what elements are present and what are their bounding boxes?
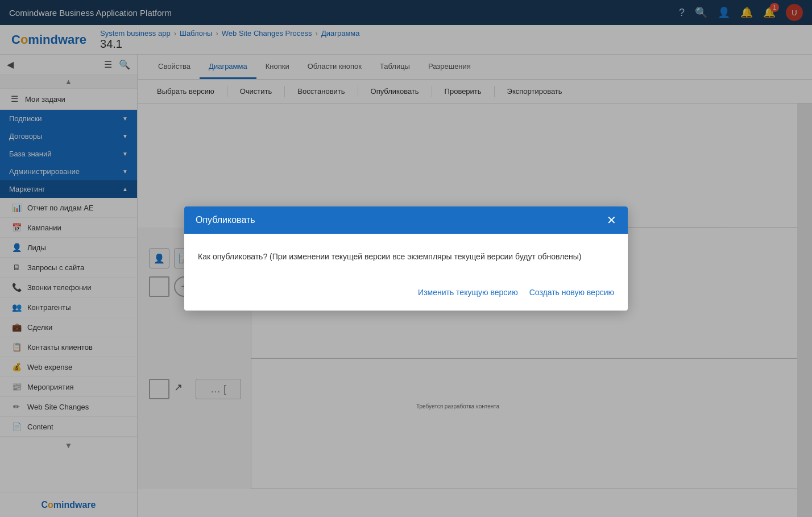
- modal-message: Как опубликовать? (При изменении текущей…: [198, 252, 582, 261]
- modal-modify-version-btn[interactable]: Изменить текущую версию: [418, 286, 518, 299]
- modal-footer: Изменить текущую версию Создать новую ве…: [184, 276, 628, 311]
- modal-header: Опубликовать ✕: [184, 206, 628, 234]
- modal-overlay[interactable]: Опубликовать ✕ Как опубликовать? (При из…: [0, 0, 812, 517]
- publish-modal: Опубликовать ✕ Как опубликовать? (При из…: [184, 206, 628, 311]
- modal-title: Опубликовать: [196, 215, 255, 225]
- modal-close-btn[interactable]: ✕: [607, 214, 616, 226]
- modal-create-version-btn[interactable]: Создать новую версию: [529, 286, 614, 299]
- modal-body: Как опубликовать? (При изменении текущей…: [184, 234, 628, 276]
